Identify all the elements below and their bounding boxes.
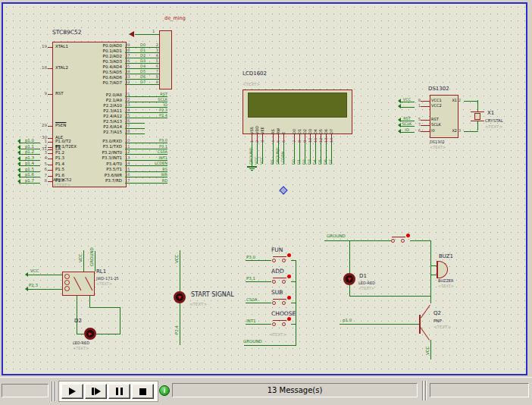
push-button[interactable] xyxy=(271,275,291,284)
net-label: RST xyxy=(399,117,415,121)
pin-row: P2.5/A13 26 xyxy=(72,118,145,124)
wire-segment: 11 P3.1 xyxy=(125,144,167,149)
pin-row: P2.6/A14 27 xyxy=(72,124,145,129)
pin-row: P0.4/AD4 35 D4 6 xyxy=(72,64,159,69)
net-label: D7 xyxy=(328,144,334,165)
button-bar xyxy=(273,256,286,257)
net-label: VCC xyxy=(425,343,430,355)
wire-segment: 28 xyxy=(125,129,145,134)
step-button[interactable] xyxy=(85,384,107,399)
message-status-panel[interactable]: 13 Message(s) xyxy=(172,383,418,397)
key-buttons: FUN P3.0 ADD P3.1 xyxy=(246,253,296,338)
wire-segment xyxy=(349,240,350,273)
button-actuator-dot[interactable] xyxy=(287,253,291,257)
led-d1[interactable]: ▼ xyxy=(343,273,355,285)
relay-text-label: <TEXT> xyxy=(96,281,112,286)
pin-stub xyxy=(48,156,53,159)
push-button[interactable] xyxy=(390,234,410,243)
schematic-canvas[interactable]: STC89C52 AT89C52 <TEXT> 19XTAL1 18XTAL2 … xyxy=(0,0,532,377)
wire-segment xyxy=(27,289,62,290)
net-label: p1.2 xyxy=(19,149,40,155)
wire-segment xyxy=(430,340,431,359)
wire-segment: 34 D5 7 xyxy=(125,69,159,74)
net-label: RD xyxy=(162,178,167,183)
step-icon xyxy=(92,388,101,395)
net-label: D7 xyxy=(140,80,146,84)
wire-segment xyxy=(324,240,391,241)
button-bar xyxy=(273,299,286,300)
connector-body[interactable] xyxy=(159,30,172,89)
net-label: D1 xyxy=(140,48,146,52)
play-button[interactable] xyxy=(61,384,83,399)
pause-button[interactable] xyxy=(108,384,130,399)
keys-text-label: <TEXT> xyxy=(269,332,286,337)
button-actuator-dot[interactable] xyxy=(287,275,291,278)
led-d2[interactable]: ▶ xyxy=(84,328,96,340)
key-label: ADD xyxy=(271,268,284,275)
push-button[interactable] xyxy=(271,317,291,327)
pin-stub xyxy=(48,151,53,154)
button-terminal xyxy=(272,301,276,305)
led-d1-text-label: <TEXT> xyxy=(358,286,374,290)
button-actuator-dot[interactable] xyxy=(287,317,291,321)
led-start-signal[interactable]: ▼ xyxy=(174,291,186,303)
wire-segment xyxy=(89,296,90,307)
button-actuator-dot[interactable] xyxy=(287,296,291,300)
rtc-power-pins: VCC 8 VCC1 1 VCC2 xyxy=(399,97,442,108)
net-label: D0 xyxy=(140,42,146,47)
push-button[interactable] xyxy=(271,253,291,263)
pin-row: 1 VCC2 xyxy=(399,102,442,108)
button-bar xyxy=(273,320,286,321)
simulation-log-icon[interactable]: i xyxy=(159,385,170,396)
wire-segment: 27 xyxy=(125,124,145,129)
wire-segment xyxy=(27,275,62,275)
pin-stub xyxy=(48,140,53,143)
buzzer-body[interactable] xyxy=(438,261,448,278)
start-signal-text-label: <TEXT> xyxy=(189,302,207,306)
relay-coil xyxy=(64,286,70,291)
net-label: p1.1 xyxy=(19,144,40,149)
pin-stub xyxy=(48,66,53,69)
buzzer-text-label: <TEXT> xyxy=(438,284,454,288)
pin-row: p1.3 4 P1.3 xyxy=(19,155,77,162)
button-actuator-dot[interactable] xyxy=(406,234,410,237)
crystal-body[interactable] xyxy=(474,113,480,120)
pin-row: IO 6 I0 xyxy=(399,127,441,133)
lcd-pin-column: VEE 3 VCC xyxy=(260,119,265,166)
net-label: P3.0 xyxy=(159,138,167,143)
led-symbol: ▼ xyxy=(176,294,183,301)
wire-segment: 21 RST xyxy=(125,92,167,97)
led-d2-ref-label: D2 xyxy=(74,318,82,324)
wire-segment xyxy=(246,303,271,303)
net-label: CS0A xyxy=(246,297,258,302)
mcu-p0-pins: P0.0/AD0 39 D0 2 P0.1/AD1 38 D1 3 xyxy=(72,42,159,85)
push-button[interactable] xyxy=(271,296,291,306)
pin-row: P3.1/TXD 11 P3.1 xyxy=(72,144,167,150)
wire-segment xyxy=(340,324,419,325)
net-label: VCC xyxy=(399,98,415,102)
ground-symbol xyxy=(251,170,253,171)
wire-segment xyxy=(296,260,296,346)
lcd-pin-column: D7 14 D7 xyxy=(329,119,334,166)
wire-arrow xyxy=(25,272,28,277)
transistor-text-label: <TEXT> xyxy=(433,325,451,329)
net-label: P3.0 xyxy=(246,255,255,259)
wire-segment: 16 WR xyxy=(125,172,167,177)
mcu-ref-label: STC89C52 xyxy=(52,29,81,36)
led-d1-value-label: LED-RED xyxy=(358,281,375,285)
buzzer-value-label: BUZZER xyxy=(438,278,454,283)
wire-segment xyxy=(430,240,431,303)
crystal-text-label: <TEXT> xyxy=(485,124,502,129)
lcd-ref-label: LCD1602 xyxy=(243,71,267,77)
led-d2-value-label: LED-RED xyxy=(73,341,89,345)
pin-stub xyxy=(48,124,53,127)
wire-segment: 15 RS xyxy=(125,167,167,172)
pin-row: X2 3 xyxy=(443,127,478,133)
wire-segment: 23 IO xyxy=(125,102,167,108)
wire-segment xyxy=(83,250,84,272)
crystal-plate xyxy=(471,111,484,112)
net-label: P2.4 xyxy=(159,113,167,118)
stop-button[interactable] xyxy=(132,384,154,399)
wire-segment xyxy=(430,275,437,275)
net-label: GROUND xyxy=(89,246,94,266)
